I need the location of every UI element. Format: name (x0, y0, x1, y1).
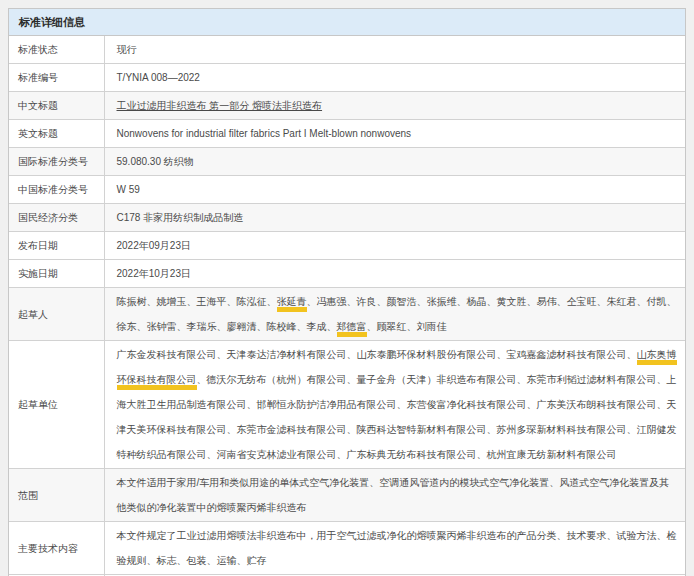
table-row: 国际标准分类号59.080.30 纺织物 (9, 148, 685, 176)
field-label: 国民经济分类 (9, 204, 104, 232)
field-label: 标准编号 (9, 64, 104, 92)
standard-title-link[interactable]: 工业过滤用非织造布 第一部分 熔喷法非织造布 (117, 100, 323, 111)
field-label: 起草单位 (9, 341, 104, 469)
field-value: T/YNIA 008—2022 (104, 64, 685, 92)
table-row: 标准编号T/YNIA 008—2022 (9, 64, 685, 92)
table-row: 国民经济分类C178 非家用纺织制成品制造 (9, 204, 685, 232)
field-label: 范围 (9, 469, 104, 522)
field-label: 实施日期 (9, 260, 104, 288)
field-value: 2022年09月23日 (104, 232, 685, 260)
table-row: 实施日期2022年10月23日 (9, 260, 685, 288)
table-row: 范围本文件适用于家用/车用和类似用途的单体式空气净化装置、空调通风管道内的模块式… (9, 469, 685, 522)
field-label: 起草人 (9, 288, 104, 341)
table-row: 标准状态现行 (9, 36, 685, 64)
field-value: 本文件适用于家用/车用和类似用途的单体式空气净化装置、空调通风管道内的模块式空气… (104, 469, 685, 522)
text-segment: 广东金发科技有限公司、天津泰达洁净材料有限公司、山东泰鹏环保材料股份有限公司、宝… (117, 349, 637, 360)
field-label: 主要技术内容 (9, 522, 104, 575)
table-row: 起草单位广东金发科技有限公司、天津泰达洁净材料有限公司、山东泰鹏环保材料股份有限… (9, 341, 685, 469)
page: 标准详细信息 标准状态现行标准编号T/YNIA 008—2022中文标题工业过滤… (0, 8, 694, 576)
field-label: 中国标准分类号 (9, 176, 104, 204)
standard-detail-table-body: 标准状态现行标准编号T/YNIA 008—2022中文标题工业过滤用非织造布 第… (9, 36, 685, 576)
field-label: 英文标题 (9, 120, 104, 148)
table-row: 中文标题工业过滤用非织造布 第一部分 熔喷法非织造布 (9, 92, 685, 120)
field-value: 59.080.30 纺织物 (104, 148, 685, 176)
standard-detail-panel: 标准详细信息 标准状态现行标准编号T/YNIA 008—2022中文标题工业过滤… (8, 8, 686, 576)
field-value: W 59 (104, 176, 685, 204)
text-segment: 、顾翠红、刘雨佳 (367, 321, 447, 332)
text-segment: 、德沃尔无纺布（杭州）有限公司、量子金舟（天津）非织造布有限公司、东莞市利韬过滤… (117, 374, 677, 460)
field-value: 陈振树、姚增玉、王海平、陈泓征、张延青、冯惠强、许良、颜智浩、张振维、杨晶、黄文… (104, 288, 685, 341)
table-row: 主要技术内容本文件规定了工业过滤用熔喷法非织造布中，用于空气过滤或净化的熔喷聚丙… (9, 522, 685, 575)
table-row: 起草人陈振树、姚增玉、王海平、陈泓征、张延青、冯惠强、许良、颜智浩、张振维、杨晶… (9, 288, 685, 341)
panel-title: 标准详细信息 (9, 9, 685, 36)
field-value: 工业过滤用非织造布 第一部分 熔喷法非织造布 (104, 92, 685, 120)
field-label: 中文标题 (9, 92, 104, 120)
text-segment: 陈振树、姚增玉、王海平、陈泓征、 (117, 296, 277, 307)
field-value: 现行 (104, 36, 685, 64)
field-label: 标准状态 (9, 36, 104, 64)
field-label: 国际标准分类号 (9, 148, 104, 176)
table-row: 发布日期2022年09月23日 (9, 232, 685, 260)
marker-highlighted-text: 张延青 (277, 296, 307, 312)
table-row: 英文标题Nonwovens for industrial filter fabr… (9, 120, 685, 148)
field-value: 2022年10月23日 (104, 260, 685, 288)
field-label: 发布日期 (9, 232, 104, 260)
standard-detail-table: 标准状态现行标准编号T/YNIA 008—2022中文标题工业过滤用非织造布 第… (9, 36, 685, 576)
marker-highlighted-text: 郑德富 (337, 321, 367, 337)
field-value: C178 非家用纺织制成品制造 (104, 204, 685, 232)
field-value: 广东金发科技有限公司、天津泰达洁净材料有限公司、山东泰鹏环保材料股份有限公司、宝… (104, 341, 685, 469)
field-value: 本文件规定了工业过滤用熔喷法非织造布中，用于空气过滤或净化的熔喷聚丙烯非织造布的… (104, 522, 685, 575)
field-value: Nonwovens for industrial filter fabrics … (104, 120, 685, 148)
table-row: 中国标准分类号W 59 (9, 176, 685, 204)
